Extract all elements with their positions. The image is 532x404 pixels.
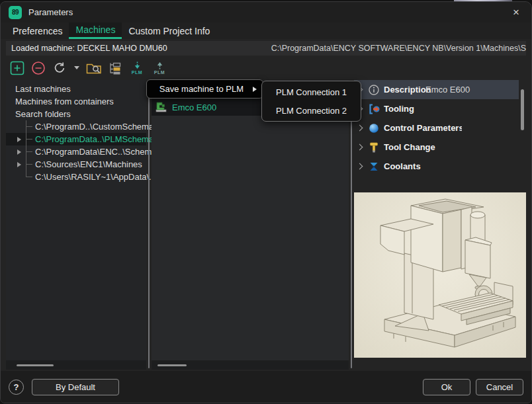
property-row-tool-change[interactable]: Tool Change — [354, 138, 519, 157]
property-label: Tool Change — [384, 142, 435, 152]
splitter-left[interactable] — [146, 80, 152, 370]
refresh-button[interactable] — [51, 60, 68, 77]
sources-panel: Last machines Machines from containers S… — [6, 80, 146, 370]
tab-preferences[interactable]: Preferences — [6, 22, 69, 39]
menu-item-save-machine-to-plm[interactable]: Save machine to PLM — [147, 84, 263, 94]
splitter-right[interactable] — [349, 80, 354, 370]
folder-path: C:\Sources\ENC1\Machines — [35, 159, 142, 169]
property-label: Description — [384, 85, 431, 95]
window-title: Parameters — [28, 7, 73, 17]
folder-path: C:\ProgramData..\PLMSchemas — [35, 134, 158, 144]
by-default-button[interactable]: By Default — [32, 379, 119, 395]
tree-item-last-machines[interactable]: Last machines — [6, 83, 146, 95]
control-parameters-icon — [367, 122, 380, 135]
property-value: Emco E600 — [425, 85, 470, 95]
submenu-arrow-icon — [253, 87, 257, 92]
chevron-right-icon[interactable] — [357, 144, 363, 151]
property-label: Control Parameters — [384, 123, 462, 133]
folder-item-plmschemas-selected[interactable]: C:\ProgramData..\PLMSchemas — [35, 133, 146, 145]
plm-label: PLM — [132, 70, 142, 75]
property-row-description[interactable]: Description Emco E600 — [354, 80, 519, 99]
add-machine-button[interactable] — [9, 60, 26, 77]
menu-item-label: Save machine to PLM — [159, 84, 244, 94]
tool-change-icon — [367, 141, 380, 154]
folder-path: C:\ProgramD..\CustomSchemas — [35, 122, 158, 132]
menu-item-plm-connection-2[interactable]: PLM Connection 2 — [262, 102, 361, 118]
add-icon — [9, 60, 25, 76]
search-folder-list: C:\ProgramD..\CustomSchemas C:\ProgramDa… — [6, 120, 146, 183]
search-folders-button[interactable] — [85, 60, 103, 77]
chevron-down-icon — [74, 66, 79, 69]
tab-machines[interactable]: Machines — [69, 22, 122, 39]
horizontal-scrollbar[interactable] — [152, 360, 349, 370]
tree-item-machines-from-containers[interactable]: Machines from containers — [6, 95, 146, 108]
folder-item-enc-schemas[interactable]: C:\ProgramData\ENC..\Schemas — [35, 145, 146, 158]
machines-toolbar: PLM PLM — [1, 56, 531, 80]
app-logo-icon: 89 — [9, 6, 22, 19]
tab-bar: Preferences Machines Custom Project Info — [1, 22, 531, 39]
vertical-scrollbar-thumb[interactable] — [521, 89, 524, 130]
main-area: Last machines Machines from containers S… — [6, 80, 526, 370]
title-bar[interactable]: 89 Parameters × — [1, 2, 531, 22]
folder-item-appdata[interactable]: C:\Users\RASILY~1\AppData\..\ — [35, 171, 146, 183]
milling-machine-sketch-icon — [354, 192, 525, 358]
plm-download-arrow-icon — [134, 61, 141, 69]
folder-item-sources-machines[interactable]: C:\Sources\ENC1\Machines — [35, 158, 146, 171]
property-row-coolants[interactable]: Coolants — [354, 157, 519, 176]
chevron-right-icon[interactable] — [357, 125, 363, 132]
scrollbar-thumb[interactable] — [17, 364, 54, 366]
machine-list-panel: Machine name Emco E600 Milling — [152, 80, 349, 370]
remove-icon — [30, 60, 46, 76]
expand-arrow-icon[interactable] — [17, 162, 21, 167]
loaded-machine-path: C:\ProgramData\ENCY SOFTWARE\ENCY NB\Ver… — [271, 44, 526, 53]
expand-arrow-icon[interactable] — [17, 149, 21, 155]
plm-connections-submenu: PLM Connection 1 PLM Connection 2 — [261, 81, 361, 122]
tab-custom-project-info[interactable]: Custom Project Info — [122, 22, 216, 39]
folder-path: C:\ProgramData\ENC..\Schemas — [35, 147, 161, 157]
machine-properties-panel: Description Emco E600 Tooling — [354, 80, 526, 370]
remove-machine-button[interactable] — [30, 60, 47, 77]
property-row-control-parameters[interactable]: Control Parameters — [354, 118, 519, 138]
load-machine-from-plm-button[interactable]: PLM — [128, 60, 146, 77]
scrollbar-thumb[interactable] — [157, 364, 187, 366]
machine-icon — [155, 102, 167, 112]
coolants-icon — [367, 160, 380, 173]
folder-item-customschemas[interactable]: C:\ProgramD..\CustomSchemas — [35, 120, 146, 133]
property-label: Coolants — [384, 161, 421, 171]
menu-item-plm-connection-1[interactable]: PLM Connection 1 — [262, 84, 361, 100]
help-button[interactable]: ? — [9, 380, 24, 395]
refresh-dropdown-button[interactable] — [72, 60, 81, 77]
containers-tree-icon — [107, 60, 123, 76]
loaded-machine-label: Loaded machine: DECKEL MAHO DMU60 — [11, 44, 167, 53]
footer-bar: ? By Default Ok Cancel — [1, 371, 531, 403]
tooling-icon — [367, 102, 380, 116]
machines-from-containers-button[interactable] — [107, 60, 124, 77]
refresh-icon — [52, 61, 67, 75]
info-icon — [367, 83, 380, 97]
horizontal-scrollbar[interactable] — [6, 360, 146, 370]
tree-item-search-folders[interactable]: Search folders — [6, 108, 146, 120]
context-menu: Save machine to PLM — [146, 79, 263, 99]
parameters-dialog: 89 Parameters × Preferences Machines Cus… — [0, 1, 532, 403]
close-icon[interactable]: × — [509, 5, 523, 20]
machine-name: Emco E600 — [172, 102, 216, 112]
folder-path: C:\Users\RASILY~1\AppData\..\ — [35, 172, 156, 182]
plm-label: PLM — [154, 70, 165, 75]
save-machine-to-plm-button[interactable]: PLM — [150, 60, 169, 77]
machine-preview-image — [354, 192, 526, 358]
cancel-button[interactable]: Cancel — [476, 379, 523, 395]
folder-search-icon — [85, 60, 103, 76]
property-label: Tooling — [384, 104, 414, 114]
property-row-tooling[interactable]: Tooling — [354, 99, 519, 118]
loaded-machine-bar: Loaded machine: DECKEL MAHO DMU60 C:\Pro… — [6, 41, 526, 56]
expand-arrow-icon[interactable] — [17, 137, 21, 142]
chevron-right-icon[interactable] — [357, 163, 363, 170]
plm-upload-arrow-icon — [156, 61, 163, 69]
ok-button[interactable]: Ok — [423, 379, 470, 395]
